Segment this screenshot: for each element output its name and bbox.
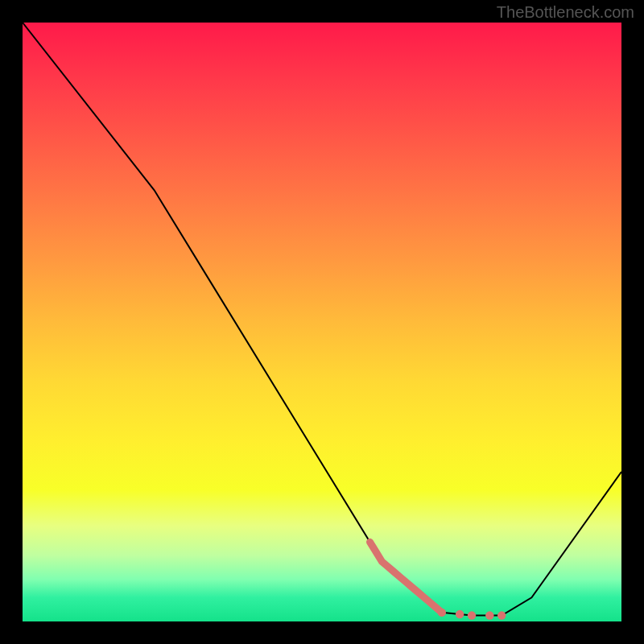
- highlight-dot: [468, 611, 476, 619]
- chart-plot-area: [23, 23, 621, 621]
- highlight-dot: [438, 609, 446, 617]
- highlight-dot: [485, 611, 493, 619]
- highlight-dot: [497, 611, 506, 619]
- watermark-text: TheBottleneck.com: [497, 3, 634, 22]
- bottleneck-curve-line: [23, 23, 621, 616]
- highlight-dot: [456, 610, 464, 618]
- highlight-dots: [438, 609, 506, 620]
- chart-svg: [23, 23, 621, 621]
- highlight-segment-line: [370, 542, 442, 613]
